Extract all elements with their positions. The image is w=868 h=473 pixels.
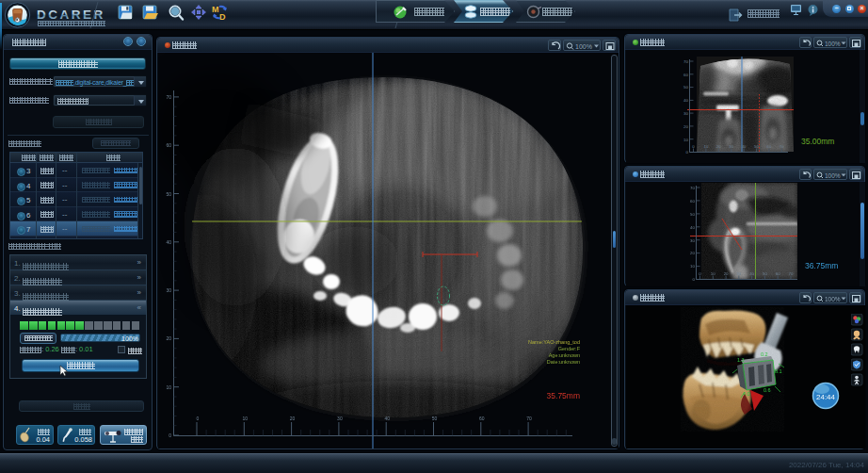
svg-text:100%: 100% [825, 172, 841, 179]
svg-text:10: 10 [683, 138, 688, 142]
svg-text:D: D [219, 12, 226, 22]
svg-text:50: 50 [683, 85, 688, 90]
svg-text:70: 70 [526, 416, 532, 421]
svg-text:50: 50 [754, 144, 759, 149]
svg-text:M: M [212, 5, 219, 14]
svg-text:0: 0 [699, 271, 701, 276]
svg-text:60: 60 [683, 73, 688, 77]
svg-text:20: 20 [290, 416, 296, 421]
svg-text:Gender:F: Gender:F [558, 346, 581, 351]
svg-text:50: 50 [763, 271, 767, 276]
svg-text:10: 10 [243, 416, 249, 421]
svg-text:20: 20 [166, 335, 171, 341]
svg-text:30: 30 [729, 144, 733, 149]
svg-text:20: 20 [683, 124, 688, 129]
svg-text:30: 30 [166, 287, 171, 293]
svg-text:40: 40 [683, 98, 688, 103]
svg-text:35.00mm: 35.00mm [801, 137, 834, 146]
svg-text:Date:unknown: Date:unknown [547, 359, 580, 365]
svg-text:20: 20 [724, 271, 729, 276]
svg-text:0: 0 [197, 416, 200, 421]
svg-text:100%: 100% [825, 296, 841, 302]
svg-text:0: 0 [692, 144, 695, 149]
svg-text:50: 50 [690, 212, 695, 217]
svg-text:10: 10 [711, 271, 715, 276]
svg-text:70: 70 [683, 59, 688, 64]
svg-text:40: 40 [166, 239, 171, 245]
svg-text:40: 40 [742, 144, 747, 149]
svg-text:10: 10 [703, 144, 708, 149]
svg-text:100%: 100% [575, 43, 592, 50]
svg-text:10: 10 [166, 384, 171, 390]
svg-text:24:44: 24:44 [816, 393, 836, 401]
svg-text:70: 70 [166, 94, 171, 100]
svg-text:60: 60 [690, 199, 695, 204]
svg-text:60: 60 [166, 142, 171, 148]
svg-text:0: 0 [693, 277, 696, 282]
svg-text:0: 0 [169, 432, 171, 438]
svg-text:70: 70 [780, 144, 784, 149]
svg-text:70: 70 [789, 271, 794, 276]
svg-text:50: 50 [166, 191, 171, 197]
svg-text:50: 50 [432, 416, 438, 421]
svg-text:60: 60 [766, 144, 771, 149]
svg-text:40: 40 [384, 416, 390, 421]
svg-text:Name:YAO-zhang_tod: Name:YAO-zhang_tod [528, 339, 580, 345]
svg-text:36.75mm: 36.75mm [805, 261, 838, 270]
svg-text:70: 70 [690, 186, 695, 190]
svg-text:30: 30 [690, 238, 695, 243]
svg-text:35.75mm: 35.75mm [547, 391, 580, 400]
svg-text:30: 30 [683, 111, 688, 116]
svg-text:40: 40 [749, 271, 754, 276]
svg-text:20: 20 [716, 144, 721, 149]
svg-text:60: 60 [776, 271, 780, 276]
svg-text:30: 30 [337, 416, 343, 421]
svg-text:DCARER: DCARER [37, 8, 105, 22]
svg-text:60: 60 [479, 416, 485, 421]
svg-text:100%: 100% [825, 41, 841, 47]
svg-text:40: 40 [690, 225, 695, 230]
svg-text:0: 0 [686, 150, 689, 155]
svg-text:Age:unknown: Age:unknown [549, 352, 580, 358]
svg-text:20: 20 [690, 251, 695, 255]
svg-text:10: 10 [690, 264, 695, 269]
svg-text:30: 30 [736, 271, 741, 276]
